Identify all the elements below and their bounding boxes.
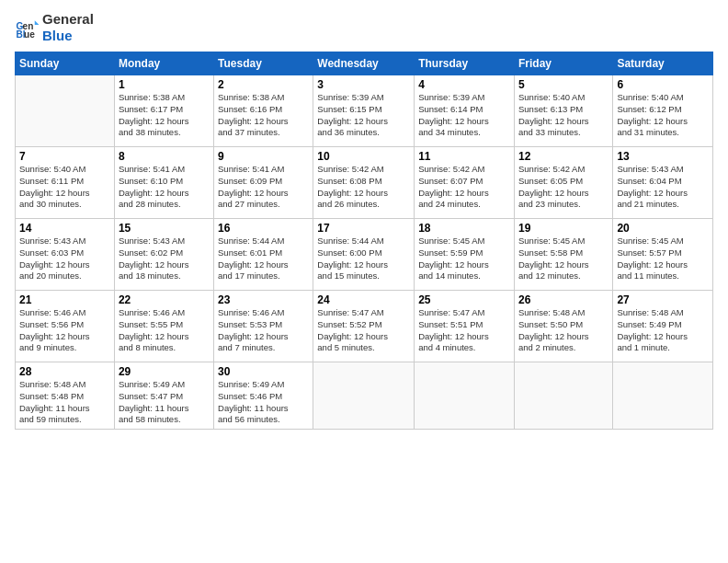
- logo-line1: General: [42, 11, 94, 28]
- day-cell: [313, 362, 415, 430]
- day-info: Sunrise: 5:43 AM Sunset: 6:04 PM Dayligh…: [617, 164, 709, 211]
- day-info: Sunrise: 5:43 AM Sunset: 6:02 PM Dayligh…: [119, 236, 210, 282]
- day-info: Sunrise: 5:38 AM Sunset: 6:17 PM Dayligh…: [119, 92, 210, 139]
- day-cell: [415, 362, 515, 430]
- day-cell: 23Sunrise: 5:46 AM Sunset: 5:53 PM Dayli…: [214, 291, 313, 362]
- day-number: 27: [617, 293, 709, 306]
- day-info: Sunrise: 5:43 AM Sunset: 6:03 PM Dayligh…: [19, 236, 110, 282]
- day-cell: 14Sunrise: 5:43 AM Sunset: 6:03 PM Dayli…: [16, 219, 115, 291]
- day-cell: 28Sunrise: 5:48 AM Sunset: 5:48 PM Dayli…: [16, 362, 115, 430]
- week-row-4: 21Sunrise: 5:46 AM Sunset: 5:56 PM Dayli…: [16, 291, 713, 362]
- logo: G en Bl ue General Blue: [15, 11, 94, 44]
- day-info: Sunrise: 5:44 AM Sunset: 6:01 PM Dayligh…: [218, 236, 309, 282]
- day-info: Sunrise: 5:40 AM Sunset: 6:13 PM Dayligh…: [518, 92, 609, 139]
- day-info: Sunrise: 5:48 AM Sunset: 5:48 PM Dayligh…: [19, 379, 110, 426]
- day-number: 26: [518, 293, 609, 306]
- day-cell: 7Sunrise: 5:40 AM Sunset: 6:11 PM Daylig…: [16, 147, 115, 219]
- day-cell: 27Sunrise: 5:48 AM Sunset: 5:49 PM Dayli…: [613, 291, 713, 362]
- day-info: Sunrise: 5:40 AM Sunset: 6:12 PM Dayligh…: [617, 92, 709, 139]
- day-cell: 1Sunrise: 5:38 AM Sunset: 6:17 PM Daylig…: [114, 75, 213, 147]
- day-info: Sunrise: 5:44 AM Sunset: 6:00 PM Dayligh…: [317, 236, 410, 282]
- day-cell: [16, 75, 115, 147]
- day-cell: 5Sunrise: 5:40 AM Sunset: 6:13 PM Daylig…: [514, 75, 612, 147]
- day-cell: 4Sunrise: 5:39 AM Sunset: 6:14 PM Daylig…: [415, 75, 515, 147]
- day-cell: [514, 362, 612, 430]
- day-info: Sunrise: 5:47 AM Sunset: 5:52 PM Dayligh…: [317, 307, 410, 354]
- day-cell: 18Sunrise: 5:45 AM Sunset: 5:59 PM Dayli…: [415, 219, 515, 291]
- day-number: 15: [119, 222, 210, 235]
- day-info: Sunrise: 5:46 AM Sunset: 5:53 PM Dayligh…: [218, 307, 309, 354]
- day-cell: 16Sunrise: 5:44 AM Sunset: 6:01 PM Dayli…: [214, 219, 313, 291]
- day-number: 28: [19, 365, 110, 378]
- day-info: Sunrise: 5:46 AM Sunset: 5:56 PM Dayligh…: [19, 307, 110, 354]
- day-info: Sunrise: 5:41 AM Sunset: 6:09 PM Dayligh…: [218, 164, 309, 211]
- day-cell: 11Sunrise: 5:42 AM Sunset: 6:07 PM Dayli…: [415, 147, 515, 219]
- col-friday: Friday: [514, 52, 612, 75]
- day-info: Sunrise: 5:49 AM Sunset: 5:47 PM Dayligh…: [119, 379, 210, 426]
- week-row-3: 14Sunrise: 5:43 AM Sunset: 6:03 PM Dayli…: [16, 219, 713, 291]
- day-number: 30: [218, 365, 309, 378]
- day-number: 7: [19, 150, 110, 163]
- day-number: 2: [218, 78, 309, 91]
- calendar-table: Sunday Monday Tuesday Wednesday Thursday…: [15, 52, 713, 430]
- day-number: 11: [418, 150, 510, 163]
- day-info: Sunrise: 5:39 AM Sunset: 6:15 PM Dayligh…: [317, 92, 410, 139]
- day-info: Sunrise: 5:42 AM Sunset: 6:08 PM Dayligh…: [317, 164, 410, 211]
- day-number: 20: [617, 222, 709, 235]
- day-number: 23: [218, 293, 309, 306]
- day-number: 9: [218, 150, 309, 163]
- day-number: 4: [418, 78, 510, 91]
- day-number: 8: [119, 150, 210, 163]
- day-number: 1: [119, 78, 210, 91]
- day-info: Sunrise: 5:42 AM Sunset: 6:05 PM Dayligh…: [518, 164, 609, 211]
- day-cell: 8Sunrise: 5:41 AM Sunset: 6:10 PM Daylig…: [114, 147, 213, 219]
- day-info: Sunrise: 5:42 AM Sunset: 6:07 PM Dayligh…: [418, 164, 510, 211]
- day-cell: 3Sunrise: 5:39 AM Sunset: 6:15 PM Daylig…: [313, 75, 415, 147]
- day-number: 3: [317, 78, 410, 91]
- day-cell: 10Sunrise: 5:42 AM Sunset: 6:08 PM Dayli…: [313, 147, 415, 219]
- day-cell: 30Sunrise: 5:49 AM Sunset: 5:46 PM Dayli…: [214, 362, 313, 430]
- day-info: Sunrise: 5:45 AM Sunset: 5:57 PM Dayligh…: [617, 236, 709, 282]
- day-number: 24: [317, 293, 410, 306]
- day-cell: 29Sunrise: 5:49 AM Sunset: 5:47 PM Dayli…: [114, 362, 213, 430]
- col-saturday: Saturday: [613, 52, 713, 75]
- day-info: Sunrise: 5:38 AM Sunset: 6:16 PM Dayligh…: [218, 92, 309, 139]
- day-cell: 25Sunrise: 5:47 AM Sunset: 5:51 PM Dayli…: [415, 291, 515, 362]
- day-info: Sunrise: 5:46 AM Sunset: 5:55 PM Dayligh…: [119, 307, 210, 354]
- day-info: Sunrise: 5:47 AM Sunset: 5:51 PM Dayligh…: [418, 307, 510, 354]
- day-cell: 19Sunrise: 5:45 AM Sunset: 5:58 PM Dayli…: [514, 219, 612, 291]
- col-wednesday: Wednesday: [313, 52, 415, 75]
- calendar-page: G en Bl ue General Blue Sunday Monday Tu…: [0, 0, 728, 563]
- day-number: 29: [119, 365, 210, 378]
- day-number: 6: [617, 78, 709, 91]
- logo-icon: G en Bl ue: [15, 15, 40, 40]
- day-number: 12: [518, 150, 609, 163]
- day-cell: 15Sunrise: 5:43 AM Sunset: 6:02 PM Dayli…: [114, 219, 213, 291]
- day-cell: 20Sunrise: 5:45 AM Sunset: 5:57 PM Dayli…: [613, 219, 713, 291]
- day-number: 16: [218, 222, 309, 235]
- day-cell: 12Sunrise: 5:42 AM Sunset: 6:05 PM Dayli…: [514, 147, 612, 219]
- day-cell: 22Sunrise: 5:46 AM Sunset: 5:55 PM Dayli…: [114, 291, 213, 362]
- day-info: Sunrise: 5:40 AM Sunset: 6:11 PM Dayligh…: [19, 164, 110, 211]
- day-cell: [613, 362, 713, 430]
- week-row-5: 28Sunrise: 5:48 AM Sunset: 5:48 PM Dayli…: [16, 362, 713, 430]
- day-cell: 9Sunrise: 5:41 AM Sunset: 6:09 PM Daylig…: [214, 147, 313, 219]
- day-number: 13: [617, 150, 709, 163]
- day-info: Sunrise: 5:49 AM Sunset: 5:46 PM Dayligh…: [218, 379, 309, 426]
- day-cell: 6Sunrise: 5:40 AM Sunset: 6:12 PM Daylig…: [613, 75, 713, 147]
- page-header: G en Bl ue General Blue: [15, 11, 713, 44]
- day-info: Sunrise: 5:48 AM Sunset: 5:49 PM Dayligh…: [617, 307, 709, 354]
- day-number: 18: [418, 222, 510, 235]
- day-number: 5: [518, 78, 609, 91]
- logo-line2: Blue: [42, 28, 94, 44]
- day-cell: 24Sunrise: 5:47 AM Sunset: 5:52 PM Dayli…: [313, 291, 415, 362]
- day-number: 25: [418, 293, 510, 306]
- day-number: 17: [317, 222, 410, 235]
- day-info: Sunrise: 5:45 AM Sunset: 5:58 PM Dayligh…: [518, 236, 609, 282]
- col-monday: Monday: [114, 52, 213, 75]
- week-row-1: 1Sunrise: 5:38 AM Sunset: 6:17 PM Daylig…: [16, 75, 713, 147]
- col-sunday: Sunday: [16, 52, 115, 75]
- week-row-2: 7Sunrise: 5:40 AM Sunset: 6:11 PM Daylig…: [16, 147, 713, 219]
- day-cell: 13Sunrise: 5:43 AM Sunset: 6:04 PM Dayli…: [613, 147, 713, 219]
- header-row: Sunday Monday Tuesday Wednesday Thursday…: [16, 52, 713, 75]
